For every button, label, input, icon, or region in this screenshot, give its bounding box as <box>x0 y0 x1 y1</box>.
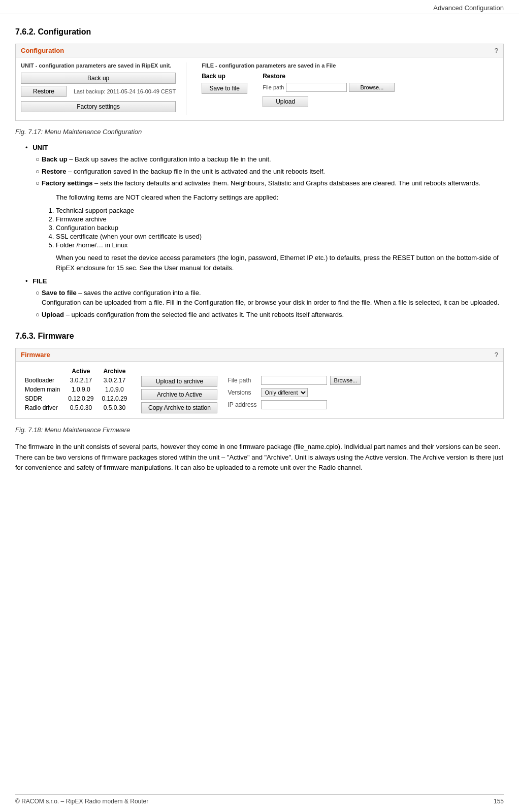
fw-file-path-label: File path <box>228 377 258 384</box>
firmware-panel: Firmware ? Active Archive Bootl <box>15 348 504 419</box>
fw-ip-label: IP address <box>228 401 258 408</box>
row-active-1: 1.0.9.0 <box>64 385 98 394</box>
firmware-help-icon[interactable]: ? <box>495 351 498 359</box>
row-archive-1: 1.0.9.0 <box>98 385 131 394</box>
fw-file-path-input[interactable] <box>261 376 327 385</box>
sub-bullet-restore: ○ Restore – configuration saved in the b… <box>36 167 504 177</box>
factory-not-cleared-list: Technical support package Firmware archi… <box>56 207 504 249</box>
file-path-input[interactable] <box>286 83 347 92</box>
row-active-3: 0.5.0.30 <box>64 403 98 412</box>
row-active-0: 3.0.2.17 <box>64 376 98 385</box>
fw-versions-select[interactable]: Only different <box>261 388 308 397</box>
row-archive-3: 0.5.0.30 <box>98 403 131 412</box>
file-columns: Back up Save to file Restore File path B… <box>202 73 498 107</box>
backup-col-header: Back up <box>202 73 247 80</box>
config-panel-header: Configuration ? <box>16 44 503 57</box>
unit-btn-group: Back up Restore Last backup: 2011-05-24 … <box>21 73 176 112</box>
fw-ip-row: IP address <box>228 400 361 409</box>
config-panel-title: Configuration <box>21 47 64 54</box>
reset-para: When you need to reset the device access… <box>56 253 504 273</box>
fw-versions-row: Versions Only different <box>228 388 361 397</box>
section-762-title: 7.6.2. Configuration <box>15 27 504 37</box>
unit-label: UNIT - configuration parameters are save… <box>21 62 176 69</box>
file-section: FILE - configuration parameters are save… <box>197 62 498 115</box>
col-header-name <box>21 367 64 376</box>
last-backup-text: Last backup: 2011-05-24 16-00-49 CEST <box>74 88 176 94</box>
file-label: FILE - configuration parameters are save… <box>202 62 498 69</box>
file-path-label: File path <box>263 84 284 90</box>
table-row: Radio driver 0.5.0.30 0.5.0.30 <box>21 403 131 412</box>
archive-to-active-button[interactable]: Archive to Active <box>141 389 217 400</box>
row-name-2: SDDR <box>21 394 64 403</box>
upload-button[interactable]: Upload <box>263 96 308 107</box>
firmware-table: Active Archive Bootloader 3.0.2.17 3.0.2… <box>21 367 131 412</box>
table-row: Bootloader 3.0.2.17 3.0.2.17 <box>21 376 131 385</box>
bullet-file: • FILE <box>25 277 504 285</box>
firmware-right-section: File path Browse... Versions Only differ… <box>228 367 361 413</box>
configuration-panel: Configuration ? UNIT - configuration par… <box>15 44 504 121</box>
factory-not-cleared-intro: The following items are NOT cleared when… <box>56 192 504 203</box>
firmware-panel-body: Active Archive Bootloader 3.0.2.17 3.0.2… <box>16 362 503 418</box>
footer-left: © RACOM s.r.o. – RipEX Radio modem & Rou… <box>15 798 148 805</box>
backup-button[interactable]: Back up <box>21 73 176 84</box>
config-help-icon[interactable]: ? <box>495 47 498 54</box>
fig-762-caption: Fig. 7.17: Menu Maintenance Configuratio… <box>15 128 504 136</box>
table-row: Modem main 1.0.9.0 1.0.9.0 <box>21 385 131 394</box>
sub-bullet-upload: ○ Upload – uploads configuration from th… <box>36 310 504 320</box>
list-item-3: Configuration backup <box>56 224 504 232</box>
fw-ip-input[interactable] <box>261 400 327 409</box>
col-header-active: Active <box>64 367 98 376</box>
row-archive-0: 3.0.2.17 <box>98 376 131 385</box>
row-name-1: Modem main <box>21 385 64 394</box>
file-bullet-label: FILE <box>33 277 47 285</box>
restore-button[interactable]: Restore <box>21 86 67 97</box>
bullet-unit: • UNIT <box>25 144 504 151</box>
unit-section: UNIT - configuration parameters are save… <box>21 62 186 115</box>
firmware-panel-header: Firmware ? <box>16 348 503 362</box>
file-path-row: File path Browse... <box>263 83 395 92</box>
save-to-file-button[interactable]: Save to file <box>202 83 247 94</box>
row-active-2: 0.12.0.29 <box>64 394 98 403</box>
row-name-3: Radio driver <box>21 403 64 412</box>
fw-versions-label: Versions <box>228 389 258 396</box>
upload-to-archive-button[interactable]: Upload to archive <box>141 376 217 387</box>
section-763-title: 7.6.3. Firmware <box>15 332 504 341</box>
restore-row: Restore Last backup: 2011-05-24 16-00-49… <box>21 86 176 97</box>
firmware-body-text: The firmware in the unit consists of sev… <box>15 442 504 472</box>
browse-button[interactable]: Browse... <box>349 83 395 92</box>
restore-col-header: Restore <box>263 73 395 80</box>
sub-bullet-factory: ○ Factory settings – sets the factory de… <box>36 178 504 188</box>
page-header: Advanced Configuration <box>0 0 519 14</box>
fw-file-path-row: File path Browse... <box>228 376 361 385</box>
list-item-1: Technical support package <box>56 207 504 214</box>
config-panel-body: UNIT - configuration parameters are save… <box>16 57 503 120</box>
firmware-btn-section: Upload to archive Archive to Active Copy… <box>141 367 217 413</box>
col-header-archive: Archive <box>98 367 131 376</box>
file-col-backup: Back up Save to file <box>202 73 247 107</box>
row-name-0: Bootloader <box>21 376 64 385</box>
firmware-table-section: Active Archive Bootloader 3.0.2.17 3.0.2… <box>21 367 131 413</box>
firmware-panel-title: Firmware <box>21 351 50 359</box>
table-row: SDDR 0.12.0.29 0.12.0.29 <box>21 394 131 403</box>
copy-archive-to-station-button[interactable]: Copy Archive to station <box>141 402 217 413</box>
fig-763-caption: Fig. 7.18: Menu Maintenance Firmware <box>15 426 504 434</box>
factory-settings-button[interactable]: Factory settings <box>21 101 176 112</box>
sub-bullet-save-to-file: ○ Save to file – saves the active config… <box>36 288 504 308</box>
unit-bullet-label: UNIT <box>33 144 48 151</box>
header-title: Advanced Configuration <box>433 4 504 12</box>
list-item-5: Folder /home/… in Linux <box>56 241 504 249</box>
row-archive-2: 0.12.0.29 <box>98 394 131 403</box>
list-item-4: SSL certificate (when your own certifica… <box>56 233 504 240</box>
sub-bullet-backup: ○ Back up – Back up saves the active con… <box>36 154 504 165</box>
footer-right: 155 <box>494 798 504 805</box>
file-col-restore: Restore File path Browse... Upload <box>263 73 395 107</box>
page-footer: © RACOM s.r.o. – RipEX Radio modem & Rou… <box>15 794 504 805</box>
fw-browse-button[interactable]: Browse... <box>330 376 361 385</box>
list-item-2: Firmware archive <box>56 215 504 223</box>
